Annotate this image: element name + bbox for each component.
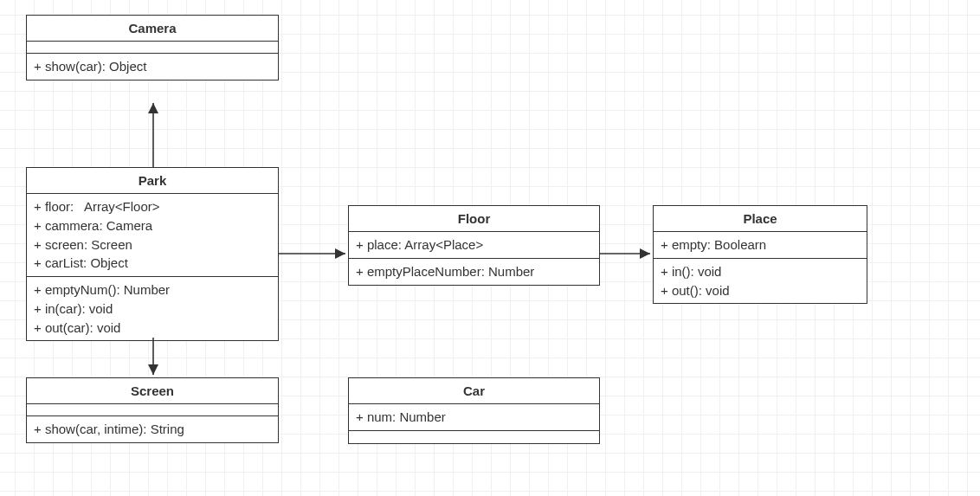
class-screen: Screen + show(car, intime): String [26, 377, 279, 443]
class-camera-attributes [27, 42, 278, 54]
attribute: + carList: Object [34, 254, 271, 273]
attribute: + screen: Screen [34, 235, 271, 254]
class-floor-title: Floor [349, 206, 599, 232]
class-floor: Floor + place: Array<Place> + emptyPlace… [348, 205, 600, 286]
method: + show(car): Object [34, 57, 271, 76]
class-car-methods [349, 431, 599, 443]
class-screen-methods: + show(car, intime): String [27, 416, 278, 442]
method: + out(): void [661, 281, 860, 300]
method: + out(car): void [34, 319, 271, 338]
class-camera-methods: + show(car): Object [27, 54, 278, 80]
class-place-title: Place [654, 206, 867, 232]
attribute: + cammera: Camera [34, 216, 271, 235]
class-park-methods: + emptyNum(): Number + in(car): void + o… [27, 277, 278, 340]
class-place-methods: + in(): void + out(): void [654, 259, 867, 304]
class-camera-title: Camera [27, 16, 278, 42]
attribute: + num: Number [356, 408, 592, 427]
class-place: Place + empty: Boolearn + in(): void + o… [653, 205, 867, 304]
class-screen-title: Screen [27, 378, 278, 404]
class-car-attributes: + num: Number [349, 404, 599, 431]
attribute: + place: Array<Place> [356, 235, 592, 254]
class-car-title: Car [349, 378, 599, 404]
class-car: Car + num: Number [348, 377, 600, 444]
method: + in(car): void [34, 300, 271, 319]
class-floor-methods: + emptyPlaceNumber: Number [349, 259, 599, 285]
class-floor-attributes: + place: Array<Place> [349, 232, 599, 259]
attribute: + empty: Boolearn [661, 235, 860, 254]
method: + emptyNum(): Number [34, 280, 271, 300]
class-camera: Camera + show(car): Object [26, 15, 279, 81]
class-park-attributes: + floor: Array<Floor> + cammera: Camera … [27, 194, 278, 277]
class-screen-attributes [27, 404, 278, 416]
class-place-attributes: + empty: Boolearn [654, 232, 867, 259]
method: + show(car, intime): String [34, 420, 271, 439]
class-park-title: Park [27, 168, 278, 194]
attribute: + floor: Array<Floor> [34, 197, 271, 216]
method: + in(): void [661, 262, 860, 281]
class-park: Park + floor: Array<Floor> + cammera: Ca… [26, 167, 279, 341]
method: + emptyPlaceNumber: Number [356, 262, 592, 281]
